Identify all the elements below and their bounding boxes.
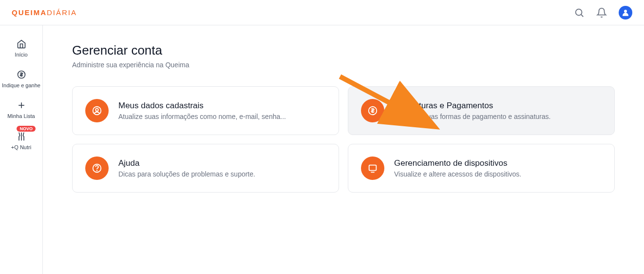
page-title: Gerenciar conta xyxy=(72,43,615,58)
svg-point-12 xyxy=(97,170,97,171)
card-dispositivos[interactable]: Gerenciamento de dispositivos Visualize … xyxy=(348,144,615,193)
page-subtitle: Administre sua experiência na Queima xyxy=(72,61,615,69)
plus-icon xyxy=(17,100,26,110)
novo-badge: NOVO xyxy=(17,126,36,132)
svg-point-9 xyxy=(95,108,98,111)
card-title: Ajuda xyxy=(118,158,326,168)
utensils-icon xyxy=(17,132,26,141)
help-icon xyxy=(85,157,109,180)
sidebar-item-label: Indique e ganhe xyxy=(2,82,40,89)
header-actions xyxy=(574,6,632,20)
person-icon xyxy=(85,99,109,122)
sidebar-item-indique[interactable]: Indique e ganhe xyxy=(0,70,42,89)
home-icon xyxy=(17,39,26,49)
sidebar-item-nutri[interactable]: NOVO +Q Nutri xyxy=(0,132,42,151)
main-content: Gerenciar conta Administre sua experiênc… xyxy=(43,25,644,274)
avatar[interactable] xyxy=(619,6,632,20)
sidebar-item-inicio[interactable]: Início xyxy=(0,39,42,58)
card-title: Meus dados cadastrais xyxy=(118,101,326,111)
svg-point-2 xyxy=(624,10,627,13)
bell-icon[interactable] xyxy=(596,7,607,18)
sidebar-item-label: +Q Nutri xyxy=(11,144,31,151)
svg-rect-13 xyxy=(369,165,377,171)
card-title: Assinaturas e Pagamentos xyxy=(394,101,602,111)
header: QUEIMA DIÁRIA xyxy=(0,0,644,25)
logo[interactable]: QUEIMA DIÁRIA xyxy=(12,8,77,17)
card-title: Gerenciamento de dispositivos xyxy=(394,158,602,168)
card-ajuda[interactable]: Ajuda Dicas para soluções de problemas e… xyxy=(72,144,339,193)
sidebar: Início Indique e ganhe Minha Lista NOVO … xyxy=(0,25,43,274)
logo-text-light: DIÁRIA xyxy=(47,8,77,17)
search-icon[interactable] xyxy=(574,7,585,18)
device-icon xyxy=(361,157,384,180)
dollar-icon xyxy=(17,70,26,79)
money-icon xyxy=(361,99,384,122)
logo-text-bold: QUEIMA xyxy=(12,8,47,17)
svg-line-1 xyxy=(581,14,584,17)
card-meus-dados[interactable]: Meus dados cadastrais Atualize suas info… xyxy=(72,86,339,135)
card-desc: Dicas para soluções de problemas e supor… xyxy=(118,170,326,178)
sidebar-item-label: Início xyxy=(15,52,27,58)
card-desc: Gerencie suas formas de pagamento e assi… xyxy=(394,113,602,120)
card-assinaturas[interactable]: Assinaturas e Pagamentos Gerencie suas f… xyxy=(348,86,615,135)
sidebar-item-label: Minha Lista xyxy=(7,113,35,119)
card-desc: Atualize suas informações como nome, e-m… xyxy=(118,113,326,120)
card-desc: Visualize e altere acessos de dispositiv… xyxy=(394,170,602,178)
svg-point-0 xyxy=(576,9,582,15)
cards-grid: Meus dados cadastrais Atualize suas info… xyxy=(72,86,615,193)
sidebar-item-lista[interactable]: Minha Lista xyxy=(0,100,42,119)
